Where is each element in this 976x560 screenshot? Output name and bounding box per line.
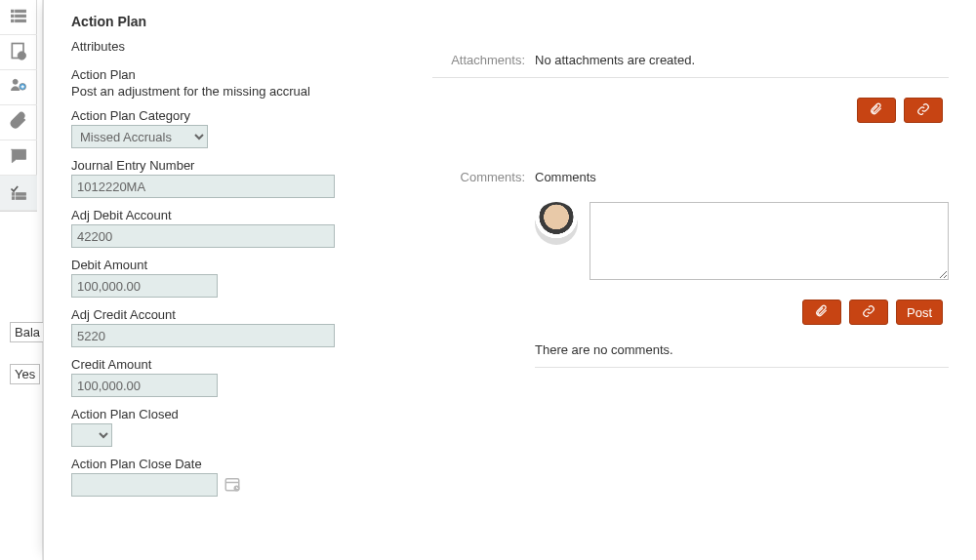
calendar-icon[interactable] bbox=[224, 475, 241, 496]
rail-tab-action-plan[interactable] bbox=[0, 176, 37, 211]
action-plan-panel: Action Plan Attributes Action Plan Post … bbox=[43, 0, 976, 560]
attributes-column: Action Plan Attributes Action Plan Post … bbox=[71, 14, 413, 506]
svg-rect-14 bbox=[17, 197, 26, 200]
svg-rect-4 bbox=[12, 20, 15, 21]
action-plan-text-block: Action Plan Post an adjustment for the m… bbox=[71, 67, 413, 99]
adj-credit-account-block: Adj Credit Account bbox=[71, 307, 413, 347]
comments-label: Comments: bbox=[432, 170, 535, 184]
svg-rect-5 bbox=[16, 20, 26, 21]
post-button[interactable]: Post bbox=[896, 300, 943, 325]
comment-textarea[interactable] bbox=[590, 202, 949, 280]
bg-field-1: Bala bbox=[10, 322, 45, 342]
bg-field-2: Yes bbox=[10, 364, 40, 384]
comment-attach-file-button[interactable] bbox=[802, 300, 841, 325]
comment-icon bbox=[9, 146, 28, 169]
action-plan-text: Post an adjustment for the missing accru… bbox=[71, 84, 413, 99]
close-date-input[interactable] bbox=[71, 473, 218, 497]
app-root: Bala Yes i bbox=[0, 0, 976, 560]
people-icon bbox=[9, 76, 28, 99]
svg-rect-1 bbox=[16, 10, 26, 13]
credit-amount-input[interactable] bbox=[71, 374, 218, 397]
closed-select[interactable] bbox=[71, 423, 112, 447]
closed-label: Action Plan Closed bbox=[71, 407, 413, 421]
list-icon bbox=[9, 6, 28, 28]
svg-rect-2 bbox=[12, 15, 15, 18]
adj-debit-account-input[interactable] bbox=[71, 224, 335, 248]
debit-amount-input[interactable] bbox=[71, 274, 218, 298]
svg-rect-0 bbox=[12, 10, 15, 13]
attachments-empty-text: No attachments are created. bbox=[535, 53, 949, 67]
close-date-label: Action Plan Close Date bbox=[71, 457, 413, 471]
rail-tab-list[interactable] bbox=[0, 0, 37, 35]
comment-compose bbox=[535, 202, 949, 280]
attachments-buttons bbox=[432, 98, 949, 123]
clip-icon bbox=[9, 111, 28, 134]
link-icon bbox=[916, 102, 930, 119]
link-icon bbox=[862, 304, 875, 321]
credit-amount-label: Credit Amount bbox=[71, 357, 413, 372]
comments-row: Comments: Comments bbox=[432, 170, 949, 368]
svg-rect-13 bbox=[12, 197, 15, 200]
clip-icon bbox=[815, 304, 829, 321]
attach-file-button[interactable] bbox=[857, 98, 896, 123]
journal-entry-label: Journal Entry Number bbox=[71, 158, 413, 173]
comment-attach-link-button[interactable] bbox=[849, 300, 888, 325]
adj-debit-account-label: Adj Debit Account bbox=[71, 208, 413, 222]
attach-link-button[interactable] bbox=[904, 98, 943, 123]
right-column: Attachments: No attachments are created. bbox=[432, 14, 949, 506]
closed-block: Action Plan Closed bbox=[71, 407, 413, 447]
category-select[interactable]: Missed Accruals bbox=[71, 125, 208, 148]
close-date-block: Action Plan Close Date bbox=[71, 457, 413, 497]
comments-heading: Comments bbox=[535, 170, 949, 184]
credit-amount-block: Credit Amount bbox=[71, 357, 413, 397]
category-block: Action Plan Category Missed Accruals bbox=[71, 108, 413, 148]
rail-tab-people[interactable] bbox=[0, 70, 37, 105]
adj-credit-account-label: Adj Credit Account bbox=[71, 307, 413, 322]
adj-credit-account-input[interactable] bbox=[71, 324, 335, 347]
attachments-row: Attachments: No attachments are created. bbox=[432, 53, 949, 78]
avatar bbox=[535, 202, 578, 245]
info-icon: i bbox=[9, 41, 28, 63]
comments-empty-text: There are no comments. bbox=[535, 337, 949, 368]
adj-debit-account-block: Adj Debit Account bbox=[71, 208, 413, 248]
panel-title: Action Plan bbox=[71, 14, 413, 29]
journal-entry-input[interactable] bbox=[71, 175, 335, 198]
comment-buttons: Post bbox=[535, 300, 949, 325]
svg-rect-12 bbox=[17, 193, 26, 196]
journal-entry-block: Journal Entry Number bbox=[71, 158, 413, 198]
checklist-icon bbox=[9, 181, 28, 204]
rail-tab-info[interactable]: i bbox=[0, 35, 37, 70]
debit-amount-block: Debit Amount bbox=[71, 258, 413, 298]
rail-tab-comments[interactable] bbox=[0, 140, 37, 176]
panel-subtitle: Attributes bbox=[71, 39, 413, 54]
svg-rect-3 bbox=[16, 15, 26, 18]
svg-point-9 bbox=[13, 79, 18, 84]
svg-rect-11 bbox=[12, 193, 15, 196]
attachments-label: Attachments: bbox=[432, 53, 535, 67]
svg-text:i: i bbox=[21, 54, 22, 60]
debit-amount-label: Debit Amount bbox=[71, 258, 413, 272]
clip-icon bbox=[870, 102, 883, 119]
rail-tab-attachments[interactable] bbox=[0, 105, 37, 140]
side-rail: i bbox=[0, 0, 37, 212]
category-label: Action Plan Category bbox=[71, 108, 413, 123]
action-plan-label: Action Plan bbox=[71, 67, 413, 82]
